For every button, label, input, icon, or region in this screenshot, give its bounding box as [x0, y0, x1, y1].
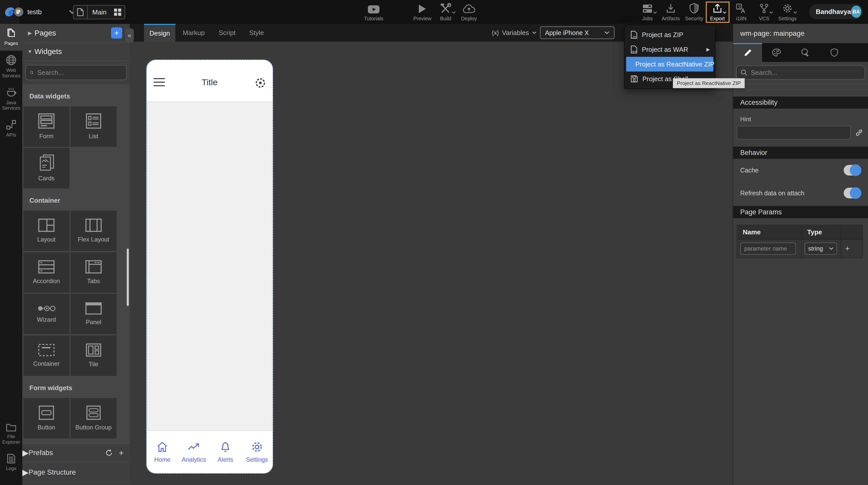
list-widget-icon [86, 113, 101, 129]
properties-search[interactable] [736, 65, 865, 80]
menu-item-project-as-war[interactable]: WAR Project as WAR ▶ [625, 42, 715, 57]
widget-list-region: Data widgets Form List Cards Container [22, 84, 130, 444]
prefabs-section-header[interactable]: ▶ Prefabs + [22, 444, 130, 462]
rail-item-java-services[interactable]: Java Services [0, 83, 22, 116]
svg-text:ZIP: ZIP [633, 35, 636, 38]
phone-preview[interactable]: Title Home Analytics Alerts [147, 60, 273, 473]
widget-search-input[interactable] [37, 69, 122, 77]
rail-item-logs[interactable]: Logs [0, 450, 22, 476]
widget-tile-tabs[interactable]: Tabs [70, 252, 117, 293]
tutorials-button[interactable]: Tutorials [361, 3, 387, 22]
phone-nav-settings[interactable]: Settings [241, 431, 273, 473]
jobs-button[interactable]: Jobs [634, 3, 661, 22]
user-menu[interactable]: Bandhavya BA [809, 4, 863, 19]
widget-tile-wizard[interactable]: Wizard [23, 294, 69, 334]
widget-tile-button[interactable]: Button [23, 398, 69, 438]
tab-divider [87, 5, 88, 19]
widget-tile-list[interactable]: List [70, 106, 117, 147]
i18n-button[interactable]: 文A i18N [728, 3, 754, 22]
phone-nav-alerts[interactable]: Alerts [210, 431, 241, 473]
cache-toggle[interactable] [844, 165, 861, 175]
widget-tile-layout[interactable]: Layout [23, 210, 69, 251]
vcs-button[interactable]: VCS [751, 3, 777, 22]
tab-grid-icon[interactable] [114, 9, 121, 16]
hint-input[interactable] [737, 126, 851, 140]
widget-tile-flex-layout[interactable]: Flex Layout [70, 210, 117, 251]
globe-icon [6, 55, 17, 65]
add-param-button[interactable]: + [841, 244, 854, 253]
hamburger-menu-icon[interactable] [154, 78, 165, 86]
pages-icon [6, 28, 16, 38]
hint-row [733, 126, 868, 147]
widget-tile-panel[interactable]: Panel [70, 294, 117, 334]
properties-search-row [733, 62, 868, 84]
phone-content-area[interactable] [147, 102, 272, 431]
tab-events[interactable] [791, 43, 820, 62]
refresh-icon[interactable] [105, 449, 113, 456]
wave-logo-icon [4, 6, 16, 18]
pages-section-header[interactable]: ▶ Pages + [22, 24, 130, 42]
tab-script[interactable]: Script [212, 24, 242, 41]
refresh-data-toggle[interactable] [844, 188, 861, 198]
bell-icon [220, 441, 231, 453]
tab-properties[interactable] [733, 43, 762, 62]
tab-markup[interactable]: Markup [176, 24, 212, 41]
cards-widget-icon [39, 154, 54, 171]
rail-item-pages[interactable]: Pages [0, 24, 22, 51]
menu-item-project-as-zip[interactable]: ZIP Project as ZIP [625, 27, 715, 42]
preview-button[interactable]: Preview [409, 3, 436, 22]
widget-tile-button-group[interactable]: Button Group [70, 398, 117, 438]
widget-search-row [22, 61, 130, 84]
settings-button[interactable]: Settings [774, 3, 801, 22]
phone-settings-icon[interactable] [254, 77, 266, 89]
security-button[interactable]: Security [681, 3, 707, 22]
widget-tile-tile[interactable]: Tile [70, 335, 117, 376]
collapse-panel-button[interactable]: « [125, 28, 134, 42]
rail-item-web-services[interactable]: Web Services [0, 51, 22, 83]
page-tab-main[interactable]: Main [73, 5, 125, 19]
rail-item-file-explorer[interactable]: File Explorer [0, 419, 22, 450]
war-file-icon: WAR [631, 46, 637, 54]
variables-button[interactable]: {x} Variables [492, 24, 537, 41]
properties-search-input[interactable] [751, 69, 860, 77]
deploy-button[interactable]: Deploy [456, 3, 482, 22]
gear-icon [782, 3, 793, 14]
left-panel-scrollbar[interactable] [127, 249, 129, 306]
add-prefab-button[interactable]: + [119, 449, 124, 457]
tab-styles[interactable] [762, 43, 791, 62]
prefabs-collapsed-arrow-icon: ▶ [22, 448, 29, 458]
pencil-icon [744, 49, 752, 57]
tab-design[interactable]: Design [144, 24, 176, 41]
phone-bottom-nav: Home Analytics Alerts Settings [147, 431, 273, 473]
param-name-input[interactable] [740, 242, 796, 255]
add-page-button[interactable]: + [111, 27, 122, 38]
bind-link-icon[interactable] [855, 129, 863, 137]
export-button[interactable]: Export [704, 3, 731, 22]
widget-tile-container[interactable]: Container [23, 335, 69, 376]
project-icon [14, 7, 23, 17]
device-selector[interactable]: Apple iPhone X [540, 26, 615, 39]
page-structure-section-header[interactable]: ▶ Page Structure [22, 463, 130, 482]
widget-search[interactable] [25, 65, 127, 80]
param-type-select[interactable]: string [805, 242, 837, 255]
log-file-icon [7, 454, 16, 464]
build-button[interactable]: Build [432, 3, 459, 22]
accessibility-section-header: Accessibility [733, 96, 868, 109]
widget-tile-form[interactable]: Form [23, 106, 69, 147]
project-switcher[interactable]: testb [14, 0, 75, 24]
rail-item-apis[interactable]: APIs [0, 115, 22, 142]
jobs-server-icon [642, 3, 653, 14]
widgets-section-header[interactable]: ▼ Widgets [22, 42, 130, 61]
button-group-widget-icon [87, 406, 101, 420]
section-label-data-widgets: Data widgets [22, 84, 130, 106]
page-structure-collapsed-arrow-icon: ▶ [22, 467, 29, 477]
menu-item-project-as-reactnative-zip[interactable]: Project as ReactNative ZIP [626, 57, 713, 72]
phone-nav-home[interactable]: Home [147, 431, 178, 473]
artifacts-button[interactable]: Artifacts [658, 3, 684, 22]
tab-style[interactable]: Style [242, 24, 271, 41]
widget-tile-accordion[interactable]: Accordion [23, 252, 69, 293]
design-canvas[interactable]: Design Markup Script Style {x} Variables… [130, 24, 733, 485]
tab-security[interactable] [820, 43, 849, 62]
phone-nav-analytics[interactable]: Analytics [178, 431, 210, 473]
widget-tile-cards[interactable]: Cards [23, 148, 69, 189]
